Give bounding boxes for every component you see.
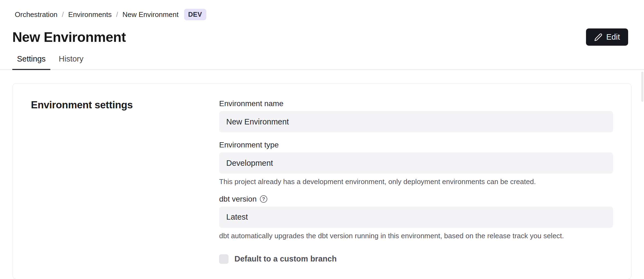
section-title: Environment settings <box>31 99 219 111</box>
dbt-version-select[interactable]: Latest <box>219 207 613 228</box>
breadcrumb-separator: / <box>62 10 64 19</box>
environment-type-select[interactable]: Development <box>219 152 613 174</box>
dbt-version-field: dbt version ? Latest dbt automatically u… <box>219 195 613 241</box>
environment-name-value: New Environment <box>226 117 289 126</box>
pencil-icon <box>594 33 602 41</box>
tab-history[interactable]: History <box>54 54 88 70</box>
custom-branch-label: Default to a custom branch <box>234 254 337 263</box>
edit-button-label: Edit <box>606 33 620 42</box>
tab-divider <box>0 69 644 70</box>
environment-type-helper: This project already has a development e… <box>219 177 613 187</box>
help-icon[interactable]: ? <box>260 195 267 203</box>
dbt-version-helper: dbt automatically upgrades the dbt versi… <box>219 231 613 241</box>
custom-branch-checkbox[interactable] <box>219 254 228 264</box>
dbt-version-label-text: dbt version <box>219 195 257 204</box>
breadcrumb-item-orchestration[interactable]: Orchestration <box>15 10 57 19</box>
tab-settings[interactable]: Settings <box>12 54 50 70</box>
environment-dev-badge: DEV <box>184 9 206 20</box>
environment-name-label: Environment name <box>219 99 613 108</box>
scrollbar-thumb[interactable] <box>641 72 643 102</box>
dbt-version-label: dbt version ? <box>219 195 613 204</box>
edit-button[interactable]: Edit <box>586 28 628 46</box>
breadcrumb-item-environments[interactable]: Environments <box>68 10 112 19</box>
dbt-version-value: Latest <box>226 213 248 222</box>
environment-name-input[interactable]: New Environment <box>219 111 613 132</box>
page-title: New Environment <box>12 29 126 45</box>
breadcrumb-item-new-environment[interactable]: New Environment <box>123 10 179 19</box>
environment-settings-card: Environment settings Environment name Ne… <box>13 83 631 279</box>
environment-type-label: Environment type <box>219 141 613 149</box>
card-form-column: Environment name New Environment Environ… <box>219 99 613 264</box>
tab-bar: Settings History <box>0 46 644 69</box>
breadcrumb: Orchestration / Environments / New Envir… <box>0 0 644 20</box>
environment-name-label-text: Environment name <box>219 99 283 108</box>
page-header: New Environment Edit <box>0 20 644 46</box>
breadcrumb-separator: / <box>116 10 118 19</box>
environment-type-label-text: Environment type <box>219 141 279 149</box>
card-left-column: Environment settings <box>31 99 219 264</box>
environment-type-field: Environment type Development This projec… <box>219 141 613 187</box>
environment-name-field: Environment name New Environment <box>219 99 613 132</box>
environment-type-value: Development <box>226 159 273 168</box>
custom-branch-row: Default to a custom branch <box>219 254 613 264</box>
